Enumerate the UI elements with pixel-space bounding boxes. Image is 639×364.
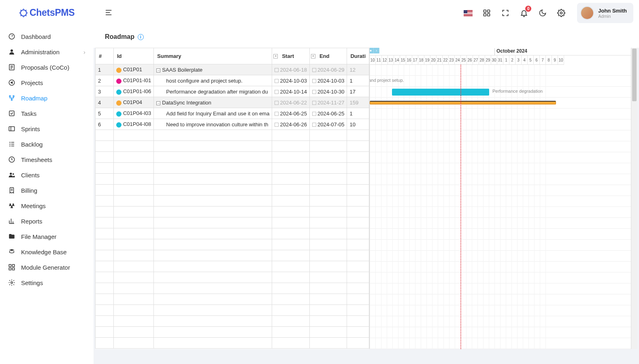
timeline-day[interactable]: 26 bbox=[467, 55, 473, 65]
table-row[interactable]: 4C01P04−DataSync Integration2024-06-2220… bbox=[96, 97, 369, 108]
timeline-row[interactable] bbox=[370, 207, 637, 218]
timeline-row[interactable] bbox=[370, 185, 637, 196]
theme-toggle-icon[interactable] bbox=[538, 9, 547, 17]
timeline-row[interactable] bbox=[370, 152, 637, 163]
notifications-button[interactable]: 0 bbox=[520, 9, 528, 17]
timeline-day[interactable]: 25 bbox=[461, 55, 467, 65]
timeline-row[interactable] bbox=[370, 196, 637, 207]
settings-icon[interactable] bbox=[557, 9, 566, 17]
timeline-row[interactable] bbox=[370, 163, 637, 174]
timeline-day[interactable]: 8 bbox=[546, 55, 552, 65]
timeline-row[interactable] bbox=[370, 65, 637, 76]
col-start[interactable]: +Start bbox=[272, 48, 310, 64]
timeline-day[interactable]: 16 bbox=[406, 55, 412, 65]
sidebar-item-meetings[interactable]: Meetings bbox=[0, 198, 94, 213]
timeline-row[interactable] bbox=[370, 109, 637, 119]
user-menu[interactable]: John Smith Admin bbox=[577, 3, 633, 23]
gantt-task-bar[interactable] bbox=[392, 89, 489, 96]
table-row[interactable]: 1C01P01−SAAS Boilerplate2024-06-182024-0… bbox=[96, 64, 369, 75]
sidebar-item-billing[interactable]: Billing bbox=[0, 183, 94, 198]
timeline-row[interactable] bbox=[370, 174, 637, 185]
timeline-day[interactable]: 21 bbox=[437, 55, 443, 65]
timeline-row[interactable] bbox=[370, 218, 637, 229]
timeline-day[interactable]: 23 bbox=[449, 55, 455, 65]
timeline-day[interactable]: 10 bbox=[370, 55, 376, 65]
sidebar-item-settings[interactable]: Settings bbox=[0, 275, 94, 290]
apps-icon[interactable] bbox=[482, 9, 491, 17]
timeline-day[interactable]: 10 bbox=[558, 55, 564, 65]
timeline-row[interactable] bbox=[370, 251, 637, 262]
scrollbar-vertical[interactable] bbox=[631, 48, 637, 349]
timeline-row[interactable] bbox=[370, 316, 637, 327]
timeline-row[interactable] bbox=[370, 338, 637, 349]
timeline-day[interactable]: 4 bbox=[522, 55, 528, 65]
checkbox[interactable] bbox=[312, 101, 316, 105]
table-row[interactable]: 6C01P04-I08Need to improve innovation cu… bbox=[96, 119, 369, 130]
sidebar-item-module[interactable]: Module Generator bbox=[0, 260, 94, 275]
timeline-row[interactable] bbox=[370, 141, 637, 152]
timeline-day[interactable]: 22 bbox=[443, 55, 449, 65]
sidebar-item-tasks[interactable]: Tasks bbox=[0, 106, 94, 121]
timeline-day[interactable]: 14 bbox=[394, 55, 400, 65]
checkbox[interactable] bbox=[275, 90, 279, 94]
table-row[interactable]: 2C01P01-I01host configure and project se… bbox=[96, 75, 369, 86]
timeline-day[interactable]: 18 bbox=[418, 55, 424, 65]
timeline-day[interactable]: 24 bbox=[455, 55, 461, 65]
gantt-timeline[interactable]: ‹ ● › October 2024 101112131415161718192… bbox=[370, 48, 637, 349]
timeline-day[interactable]: 7 bbox=[540, 55, 546, 65]
checkbox[interactable] bbox=[275, 79, 279, 83]
language-flag[interactable] bbox=[464, 10, 473, 16]
timeline-day[interactable]: 9 bbox=[552, 55, 558, 65]
timeline-day[interactable]: 31 bbox=[497, 55, 503, 65]
timeline-row[interactable] bbox=[370, 240, 637, 251]
sidebar-item-timesheets[interactable]: Timesheets bbox=[0, 152, 94, 167]
timeline-day[interactable]: 11 bbox=[376, 55, 382, 65]
brand-logo[interactable]: ChetsPMS bbox=[0, 0, 94, 26]
timeline-day[interactable]: 2 bbox=[509, 55, 515, 65]
checkbox[interactable] bbox=[275, 112, 279, 116]
timeline-day[interactable]: 6 bbox=[534, 55, 540, 65]
menu-toggle-icon[interactable] bbox=[105, 8, 114, 18]
col-end[interactable]: +End bbox=[309, 48, 347, 64]
sidebar-item-backlog[interactable]: Backlog bbox=[0, 136, 94, 152]
gantt-project-bar[interactable] bbox=[370, 101, 556, 104]
nav-next-icon[interactable]: › bbox=[374, 48, 379, 53]
table-row[interactable]: 5C01P04-I03Add field for Inquiry Email a… bbox=[96, 108, 369, 119]
col-duration[interactable]: Durati bbox=[347, 48, 369, 64]
timeline-day[interactable]: 13 bbox=[388, 55, 394, 65]
timeline-day[interactable]: 30 bbox=[491, 55, 497, 65]
checkbox[interactable] bbox=[312, 123, 316, 127]
sidebar-item-sprints[interactable]: Sprints bbox=[0, 121, 94, 136]
timeline-day[interactable]: 1 bbox=[503, 55, 509, 65]
collapse-icon[interactable]: − bbox=[156, 101, 160, 105]
timeline-row[interactable] bbox=[370, 130, 637, 141]
timeline-row[interactable] bbox=[370, 327, 637, 338]
checkbox[interactable] bbox=[312, 90, 316, 94]
sidebar-item-reports[interactable]: Reports bbox=[0, 213, 94, 229]
plus-icon[interactable]: + bbox=[311, 54, 315, 58]
timeline-day[interactable]: 20 bbox=[430, 55, 437, 65]
sidebar-item-dashboard[interactable]: Dashboard bbox=[0, 29, 94, 44]
checkbox[interactable] bbox=[312, 112, 316, 116]
timeline-nav[interactable]: ‹ ● › bbox=[370, 48, 379, 53]
timeline-day[interactable]: 12 bbox=[382, 55, 388, 65]
col-id[interactable]: Id bbox=[113, 48, 153, 64]
table-row[interactable]: 3C01P01-I06Performance degradation after… bbox=[96, 86, 369, 97]
sidebar-item-filemanager[interactable]: File Manager bbox=[0, 229, 94, 244]
info-icon[interactable]: i bbox=[138, 34, 144, 40]
collapse-icon[interactable]: − bbox=[156, 68, 160, 72]
timeline-row[interactable] bbox=[370, 283, 637, 294]
timeline-row[interactable] bbox=[370, 76, 637, 87]
timeline-row[interactable] bbox=[370, 305, 637, 316]
checkbox[interactable] bbox=[275, 101, 279, 105]
checkbox[interactable] bbox=[275, 123, 279, 127]
timeline-day[interactable]: 19 bbox=[424, 55, 430, 65]
timeline-day[interactable]: 28 bbox=[479, 55, 485, 65]
sidebar-item-clients[interactable]: Clients bbox=[0, 167, 94, 183]
col-summary[interactable]: Summary bbox=[154, 48, 272, 64]
timeline-row[interactable] bbox=[370, 272, 637, 283]
plus-icon[interactable]: + bbox=[273, 54, 278, 58]
sidebar-item-proposals[interactable]: Proposals (CoCo) bbox=[0, 60, 94, 75]
sidebar-item-projects[interactable]: Projects bbox=[0, 75, 94, 90]
sidebar-item-roadmap[interactable]: Roadmap bbox=[0, 90, 94, 106]
